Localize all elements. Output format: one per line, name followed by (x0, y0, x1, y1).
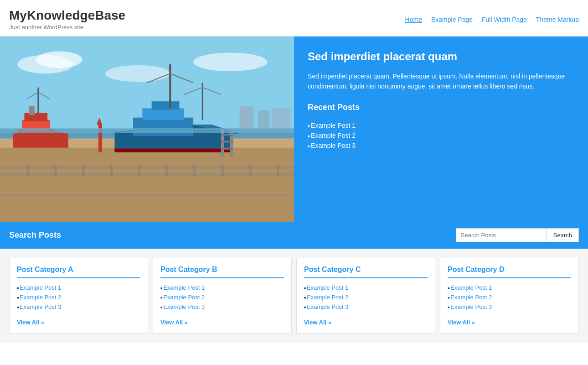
svg-rect-14 (110, 165, 113, 177)
list-item: Example Post 3 (308, 141, 574, 151)
list-item: Example Post 2 (308, 130, 574, 141)
hero-heading: Sed imperdiet placerat quam (308, 50, 574, 63)
svg-rect-15 (138, 165, 140, 177)
recent-post-2[interactable]: Example Post 2 (311, 132, 356, 139)
search-bar-title: Search Posts (9, 230, 61, 240)
search-button[interactable]: Search (547, 228, 579, 242)
cat-c-post-1[interactable]: Example Post 1 (307, 284, 348, 291)
category-title-a: Post Category A (17, 266, 140, 278)
svg-rect-52 (0, 128, 294, 133)
hero-image (0, 36, 294, 222)
svg-point-2 (36, 51, 83, 68)
category-list-a: Example Post 1 Example Post 2 Example Po… (17, 283, 140, 312)
svg-rect-24 (24, 113, 47, 121)
svg-rect-44 (221, 134, 233, 136)
svg-rect-10 (0, 194, 294, 196)
svg-point-3 (105, 65, 170, 82)
site-title[interactable]: MyKnowledgeBase (9, 8, 125, 22)
category-title-b: Post Category B (160, 266, 284, 278)
recent-post-3[interactable]: Example Post 3 (311, 142, 356, 149)
category-card-d: Post Category D Example Post 1 Example P… (440, 258, 579, 334)
list-item: Example Post 3 (17, 302, 140, 312)
list-item: Example Post 3 (448, 302, 571, 312)
category-d-view-all[interactable]: View All » (448, 319, 475, 326)
cat-c-post-2[interactable]: Example Post 2 (307, 294, 348, 301)
svg-rect-18 (221, 165, 224, 177)
svg-rect-46 (221, 148, 233, 150)
svg-rect-7 (0, 148, 294, 222)
svg-rect-20 (277, 165, 279, 177)
category-list-c: Example Post 1 Example Post 2 Example Po… (304, 283, 428, 312)
cat-a-post-2[interactable]: Example Post 2 (20, 294, 61, 301)
list-item: Example Post 1 (160, 283, 284, 292)
list-item: Example Post 1 (448, 283, 571, 292)
cat-a-post-1[interactable]: Example Post 1 (20, 284, 61, 291)
list-item: Example Post 1 (304, 283, 428, 292)
hero-body: Sed imperdiet placerat quam. Pellentesqu… (308, 71, 574, 92)
nav-home[interactable]: Home (405, 16, 422, 23)
svg-rect-42 (221, 129, 224, 157)
svg-rect-49 (240, 106, 253, 131)
cat-d-post-1[interactable]: Example Post 1 (450, 284, 492, 291)
svg-rect-45 (221, 141, 233, 142)
search-form: Search (456, 228, 579, 242)
cat-c-post-3[interactable]: Example Post 3 (307, 303, 348, 310)
list-item: Example Post 1 (17, 283, 140, 292)
svg-rect-11 (27, 165, 30, 177)
svg-rect-31 (133, 118, 193, 136)
cat-a-post-3[interactable]: Example Post 3 (20, 303, 61, 310)
svg-rect-33 (152, 101, 180, 110)
svg-rect-19 (249, 165, 252, 177)
recent-post-1[interactable]: Example Post 1 (311, 122, 356, 129)
recent-posts-list: Example Post 1 Example Post 2 Example Po… (308, 120, 574, 151)
list-item: Example Post 2 (304, 292, 428, 302)
hero-content: Sed imperdiet placerat quam Sed imperdie… (294, 36, 588, 222)
site-header: MyKnowledgeBase Just another WordPress s… (0, 0, 588, 36)
category-title-c: Post Category C (304, 266, 428, 278)
categories-section: Post Category A Example Post 1 Example P… (0, 249, 588, 343)
nav-theme-markup[interactable]: Theme Markup (536, 16, 579, 23)
svg-rect-16 (165, 165, 168, 177)
nav-full-width[interactable]: Full Width Page (482, 16, 527, 23)
svg-rect-17 (193, 165, 196, 177)
recent-posts-heading: Recent Posts (308, 103, 574, 112)
list-item: Example Post 3 (304, 302, 428, 312)
site-nav: Home Example Page Full Width Page Theme … (405, 16, 579, 23)
site-tagline: Just another WordPress site (9, 24, 125, 31)
search-bar: Search Posts Search (0, 222, 588, 249)
svg-rect-51 (272, 108, 291, 131)
svg-rect-34 (114, 149, 230, 152)
search-input[interactable] (456, 228, 547, 242)
category-a-view-all[interactable]: View All » (17, 319, 44, 326)
svg-rect-43 (230, 129, 233, 157)
cat-b-post-1[interactable]: Example Post 1 (163, 284, 205, 291)
category-list-d: Example Post 1 Example Post 2 Example Po… (448, 283, 571, 312)
site-branding: MyKnowledgeBase Just another WordPress s… (9, 8, 125, 31)
list-item: Example Post 1 (308, 120, 574, 130)
list-item: Example Post 3 (160, 302, 284, 312)
cat-b-post-3[interactable]: Example Post 3 (163, 303, 205, 310)
list-item: Example Post 2 (160, 292, 284, 302)
category-b-view-all[interactable]: View All » (160, 319, 188, 326)
list-item: Example Post 2 (17, 292, 140, 302)
svg-point-4 (193, 53, 267, 72)
list-item: Example Post 2 (448, 292, 571, 302)
nav-example-page[interactable]: Example Page (431, 16, 473, 23)
svg-rect-13 (82, 165, 85, 177)
cat-b-post-2[interactable]: Example Post 2 (163, 294, 205, 301)
category-card-b: Post Category B Example Post 1 Example P… (153, 258, 292, 334)
category-card-c: Post Category C Example Post 1 Example P… (296, 258, 435, 334)
category-c-view-all[interactable]: View All » (304, 319, 331, 326)
cat-d-post-2[interactable]: Example Post 2 (450, 294, 492, 301)
category-title-d: Post Category D (448, 266, 571, 278)
category-list-b: Example Post 1 Example Post 2 Example Po… (160, 283, 284, 312)
cat-d-post-3[interactable]: Example Post 3 (450, 303, 492, 310)
svg-rect-32 (142, 108, 184, 120)
svg-rect-12 (54, 165, 57, 177)
hero-section: Sed imperdiet placerat quam Sed imperdie… (0, 36, 588, 222)
svg-rect-25 (29, 106, 35, 115)
category-card-a: Post Category A Example Post 1 Example P… (9, 258, 148, 334)
